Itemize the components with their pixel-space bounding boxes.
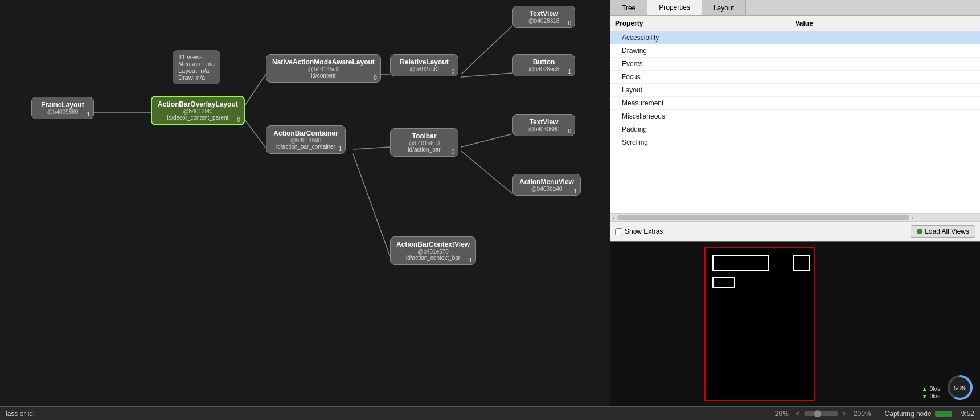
tooltip-line3: Layout: n/a xyxy=(178,67,215,74)
tooltip-line1: 11 views xyxy=(178,54,215,60)
preview-area: ▲ 0k/s ▼ 0k/s 56% xyxy=(610,241,980,406)
node-action-bar-container-id: @b4014b98 xyxy=(272,137,339,144)
scroll-thumb[interactable] xyxy=(617,215,909,220)
node-textview1[interactable]: TextView @b4028318 0 xyxy=(512,6,575,28)
node-action-bar-context-title: ActionBarContextView xyxy=(396,240,470,248)
tab-layout[interactable]: Layout xyxy=(702,0,746,15)
show-extras-checkbox[interactable] xyxy=(615,228,622,235)
node-toolbar-id: @b40156c0 xyxy=(396,140,452,146)
preview-box1 xyxy=(712,255,769,271)
node-native-action-mode[interactable]: NativeActionModeAwareLayout @b40145c8 id… xyxy=(266,54,381,83)
svg-line-1 xyxy=(245,74,266,105)
node-native-action-mode-id: @b40145c8 xyxy=(272,66,375,72)
status-left: lass or id: xyxy=(6,410,761,418)
bottom-controls: Show Extras Load All Views xyxy=(610,221,980,241)
node-action-bar-context-id: @b401e570 xyxy=(396,248,470,255)
property-item-focus[interactable]: Focus xyxy=(610,71,980,84)
preview-box3 xyxy=(712,277,735,288)
node-action-bar-overlay-extra: id/decor_content_parent xyxy=(158,115,238,121)
node-frame-layout-id: @b4009860 xyxy=(38,109,88,115)
property-item-layout[interactable]: Layout xyxy=(610,84,980,97)
node-action-bar-overlay[interactable]: ActionBarOverlayLayout @b40129f0 id/deco… xyxy=(151,96,245,125)
network-down-row: ▼ 0k/s xyxy=(922,393,940,399)
property-list[interactable]: Accessibility Drawing Events Focus Layou… xyxy=(610,31,980,213)
zoom-slider[interactable] xyxy=(804,411,838,416)
node-action-bar-context-extra: id/action_context_bar xyxy=(396,255,470,261)
zoom-slider-thumb[interactable] xyxy=(814,410,821,417)
horizontal-scrollbar[interactable]: ‹ › xyxy=(610,213,980,221)
node-action-bar-container[interactable]: ActionBarContainer @b4014b98 id/action_b… xyxy=(266,125,346,154)
node-action-menu-view[interactable]: ActionMenuView @b403ba40 1 xyxy=(512,174,581,196)
zoom-max-label: 200% xyxy=(851,410,874,418)
property-header: Property Value xyxy=(610,16,980,31)
node-button1-count: 1 xyxy=(568,68,571,75)
node-native-action-mode-title: NativeActionModeAwareLayout xyxy=(272,58,375,66)
node-action-bar-overlay-count: 0 xyxy=(237,117,240,123)
node-action-bar-context[interactable]: ActionBarContextView @b401e570 id/action… xyxy=(390,236,476,265)
node-relative-layout-count: 0 xyxy=(451,68,454,75)
node-action-bar-context-count: 1 xyxy=(469,257,473,263)
tab-properties[interactable]: Properties xyxy=(647,0,702,15)
node-textview2[interactable]: TextView @b4030680 0 xyxy=(512,114,575,136)
scroll-right-arrow[interactable]: › xyxy=(912,214,914,222)
property-item-accessibility[interactable]: Accessibility xyxy=(610,31,980,44)
show-extras-control[interactable]: Show Extras xyxy=(615,227,663,235)
svg-line-4 xyxy=(353,147,390,149)
show-extras-label: Show Extras xyxy=(625,227,663,235)
node-relative-layout[interactable]: RelativeLayout @b4027cf0 0 xyxy=(390,54,458,76)
tab-tree[interactable]: Tree xyxy=(610,0,647,15)
load-all-views-button[interactable]: Load All Views xyxy=(911,225,975,238)
download-speed: 0k/s xyxy=(930,393,940,399)
svg-line-2 xyxy=(245,120,266,148)
svg-line-9 xyxy=(461,151,512,194)
node-action-bar-container-title: ActionBarContainer xyxy=(272,129,339,137)
node-button1[interactable]: Button @b4028ec8 1 xyxy=(512,54,575,76)
status-center: 20% < > 200% xyxy=(773,410,874,418)
node-native-action-mode-extra: id/content xyxy=(272,72,375,79)
load-all-label: Load All Views xyxy=(925,227,969,235)
tab-bar: Tree Properties Layout xyxy=(610,0,980,16)
property-item-drawing[interactable]: Drawing xyxy=(610,44,980,58)
node-frame-layout[interactable]: FrameLayout @b4009860 1 xyxy=(31,97,94,119)
tooltip-box: 11 views Measure: n/a Layout: n/a Draw: … xyxy=(173,50,220,84)
node-textview2-count: 0 xyxy=(568,128,571,134)
node-action-bar-container-count: 1 xyxy=(338,146,342,152)
right-panel: Tree Properties Layout Property Value Ac… xyxy=(610,0,980,406)
property-item-miscellaneous[interactable]: Miscellaneous xyxy=(610,110,980,123)
svg-line-8 xyxy=(461,134,512,147)
status-right: Capturing node 9:52 xyxy=(885,410,974,418)
node-frame-layout-title: FrameLayout xyxy=(38,101,88,109)
scroll-left-arrow[interactable]: ‹ xyxy=(613,214,615,222)
upload-speed: 0k/s xyxy=(930,386,940,392)
header-property-label: Property xyxy=(615,19,796,27)
property-item-scrolling[interactable]: Scrolling xyxy=(610,136,980,149)
node-action-bar-overlay-title: ActionBarOverlayLayout xyxy=(158,100,238,108)
main-container: 11 views Measure: n/a Layout: n/a Draw: … xyxy=(0,0,980,406)
upload-arrow-icon: ▲ xyxy=(922,386,928,392)
status-bar: lass or id: 20% < > 200% Capturing node … xyxy=(0,406,980,420)
capturing-indicator xyxy=(935,411,952,417)
svg-line-5 xyxy=(353,154,390,256)
svg-line-7 xyxy=(461,73,512,77)
progress-label: 56% xyxy=(954,385,966,392)
preview-screen xyxy=(704,247,815,401)
zoom-arrow-left[interactable]: < xyxy=(793,410,802,418)
node-toolbar-extra: id/action_bar xyxy=(396,146,452,153)
class-or-id-label: lass or id: xyxy=(6,410,35,418)
network-indicator: ▲ 0k/s ▼ 0k/s xyxy=(922,386,940,399)
node-button1-id: @b4028ec8 xyxy=(519,66,569,72)
time-label: 9:52 xyxy=(961,410,974,418)
node-toolbar-count: 0 xyxy=(451,149,454,155)
tooltip-line4: Draw: n/a xyxy=(178,74,215,81)
property-item-measurement[interactable]: Measurement xyxy=(610,97,980,110)
canvas-area[interactable]: 11 views Measure: n/a Layout: n/a Draw: … xyxy=(0,0,610,406)
capturing-label: Capturing node xyxy=(885,410,932,418)
property-item-padding[interactable]: Padding xyxy=(610,123,980,136)
property-item-events[interactable]: Events xyxy=(610,58,980,71)
node-relative-layout-id: @b4027cf0 xyxy=(396,66,452,72)
node-action-bar-overlay-id: @b40129f0 xyxy=(158,108,238,115)
node-toolbar[interactable]: Toolbar @b40156c0 id/action_bar 0 xyxy=(390,128,458,157)
progress-circle: 56% xyxy=(946,373,974,402)
svg-line-6 xyxy=(461,26,512,74)
zoom-arrow-right[interactable]: > xyxy=(840,410,849,418)
